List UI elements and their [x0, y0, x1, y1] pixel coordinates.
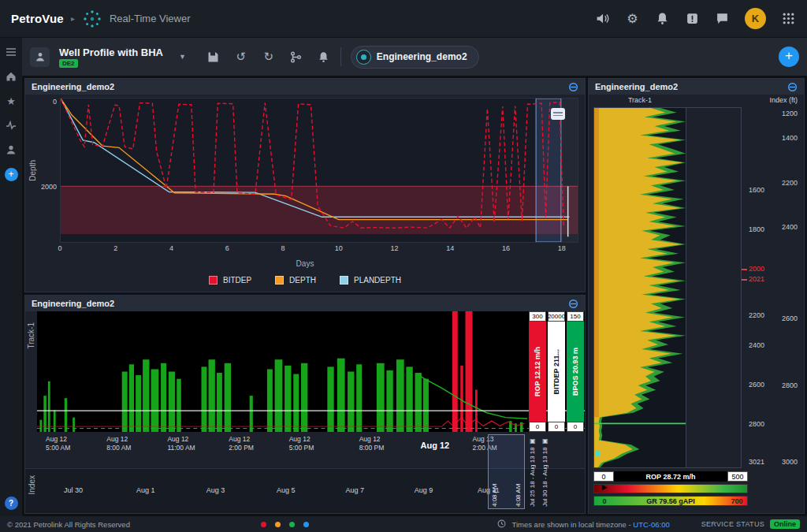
link-icon[interactable] — [568, 82, 578, 92]
active-well-pill[interactable]: Engineering_demo2 — [351, 46, 479, 69]
depth-tick — [742, 279, 747, 281]
well-icon — [356, 50, 371, 65]
apps-grid-icon[interactable] — [781, 11, 796, 26]
x-axis-label: Days — [25, 259, 585, 268]
empty-track[interactable] — [686, 107, 742, 468]
merge-icon[interactable] — [289, 50, 303, 64]
status-bar: © 2021 Petrolink All Rights Reserved Tim… — [0, 516, 807, 532]
depth-label-outer: 2400 — [782, 223, 798, 231]
gr-scale-max: 700 — [727, 497, 747, 505]
menu-icon[interactable] — [5, 46, 17, 58]
redo-icon[interactable]: ↻ — [262, 50, 276, 64]
date-range-label[interactable]: Jul 30 18 - Aug 13 18 ▣ — [541, 434, 549, 510]
gr-scale: 0 GR 79.56 gAPI 700 — [593, 496, 748, 506]
add-view-button[interactable]: + — [779, 47, 799, 67]
legend-item[interactable]: DEPTH — [275, 276, 316, 285]
depth-label-inner: 3021 — [749, 458, 764, 466]
link-icon[interactable] — [568, 299, 578, 309]
profile-dropdown-caret[interactable]: ▼ — [179, 53, 186, 61]
alarm-bell-icon[interactable] — [317, 50, 331, 64]
track-scales: 0 ROP 28.72 m/h 500 ▶ 0 GR 79.56 gAPI 70… — [593, 471, 748, 510]
app-window: PetroVue ▸ Real-Time Viewer ⚙ K — [0, 0, 807, 532]
y-tick-label: 2000 — [41, 183, 57, 191]
x-tick-label: 16 — [502, 244, 510, 252]
depth-index-scale: 1600180020002021220024002600280030211200… — [742, 107, 799, 468]
time-range-selection — [536, 99, 561, 242]
index-header: Index (ft) — [742, 96, 799, 107]
x-tick-label: 2 — [113, 244, 117, 252]
strip-max: 20000 — [548, 311, 565, 322]
clock-icon — [497, 519, 506, 530]
x-tick-label: 8 — [281, 244, 284, 252]
time-tick: Aug 12 8:00 PM — [359, 435, 385, 452]
depth-chart-area: Depth 02000 — [25, 95, 585, 243]
messages-icon[interactable] — [715, 11, 730, 26]
time-selection-box[interactable]: 4:08 AM4:08 AM — [488, 434, 525, 509]
strip-max: 150 — [567, 311, 584, 322]
dashboard-panels: Engineering_demo2 Depth 02000 — [22, 76, 807, 516]
depth-label-inner: 1800 — [749, 225, 764, 233]
track-headers: Track-1 Index (ft) — [589, 95, 804, 107]
date-range-label[interactable]: Jul 25 18 - Aug 13 18 ▣ — [529, 434, 536, 510]
legend-label: DEPTH — [289, 276, 316, 285]
value-strip-bitdep: 20000BITDEP 211...0 — [548, 311, 565, 432]
legend-swatch — [340, 276, 348, 285]
depth-label-inner: 1600 — [749, 186, 764, 194]
favorites-star-icon[interactable]: ★ — [5, 95, 17, 107]
gr-track-plot[interactable] — [593, 107, 686, 468]
depth-label-outer: 2600 — [782, 314, 798, 322]
toolbar-separator — [340, 47, 341, 66]
selection-time-label: 4:08 AM — [515, 438, 522, 507]
service-status-label: SERVICE STATUS — [701, 520, 764, 528]
profile-box-icon[interactable] — [30, 47, 50, 67]
depth-tick — [742, 269, 747, 270]
time-track-plot[interactable]: 300ROP 12.12 m/h020000BITDEP 211...0150B… — [37, 311, 585, 432]
depth-label-outer: 2200 — [782, 179, 798, 187]
panel-title-bar: Engineering_demo2 — [589, 79, 804, 95]
top-chart-legend: BITDEPDEPTHPLANDEPTH — [25, 268, 585, 292]
timezone-value: UTC-06:00 — [633, 520, 669, 529]
value-strip-bpos: 150BPOS 20.93 m0 — [567, 311, 584, 432]
gradient-marker-icon: ▶ — [602, 483, 608, 491]
x-tick-label: 18 — [558, 244, 566, 252]
home-icon[interactable] — [5, 70, 17, 83]
depth-label-outer: 1200 — [782, 110, 798, 117]
profile-title: Well Profile with BHA — [59, 47, 163, 58]
strip-min: 0 — [529, 422, 546, 432]
depth-track-panel: Engineering_demo2 Track-1 Index (ft) — [588, 78, 805, 514]
activity-icon[interactable] — [5, 119, 17, 132]
profile-toolbar: Well Profile with BHA DE2 ▼ ↺ ↻ — [22, 38, 807, 76]
depth-label-inner: 2600 — [749, 381, 764, 389]
status-dot — [275, 522, 281, 527]
active-well-name: Engineering_demo2 — [377, 51, 467, 62]
help-button[interactable]: ? — [5, 497, 18, 510]
undo-icon[interactable]: ↺ — [234, 50, 248, 64]
top-header: PetroVue ▸ Real-Time Viewer ⚙ K — [0, 0, 807, 38]
time-tick: Aug 12 5:00 PM — [289, 435, 314, 452]
panel-title: Engineering_demo2 — [595, 82, 678, 91]
notifications-bell-icon[interactable] — [655, 11, 670, 26]
time-tick: Aug 12 5:00 AM — [46, 435, 70, 452]
status-dot — [261, 522, 266, 527]
copyright-text: © 2021 Petrolink All Rights Reserved — [7, 520, 130, 529]
time-track-panel: Engineering_demo2 Track-1 300ROP 12.12 m… — [24, 295, 586, 514]
save-icon[interactable] — [206, 50, 221, 64]
index-tick: Aug 5 — [277, 486, 296, 494]
user-avatar[interactable]: K — [745, 8, 766, 29]
depth-label-inner: 2400 — [749, 341, 764, 349]
track-marker — [595, 451, 600, 456]
sidebar-add-button[interactable]: + — [5, 168, 18, 181]
header-actions: ⚙ K — [595, 8, 796, 29]
alerts-icon[interactable] — [685, 11, 700, 26]
legend-item[interactable]: PLANDEPTH — [340, 276, 401, 285]
profile-icon[interactable] — [5, 143, 17, 156]
depth-chart-plot[interactable] — [60, 98, 578, 243]
legend-item[interactable]: BITDEP — [209, 276, 251, 285]
time-tick: Aug 12 8:00 AM — [106, 435, 131, 452]
settings-gear-icon[interactable]: ⚙ — [625, 11, 640, 26]
toolbar-actions: ↺ ↻ — [206, 50, 331, 64]
link-icon[interactable] — [787, 82, 798, 92]
comment-icon[interactable] — [551, 108, 565, 120]
track-axis-label: Track-1 — [25, 311, 37, 432]
volume-icon[interactable] — [595, 11, 610, 26]
